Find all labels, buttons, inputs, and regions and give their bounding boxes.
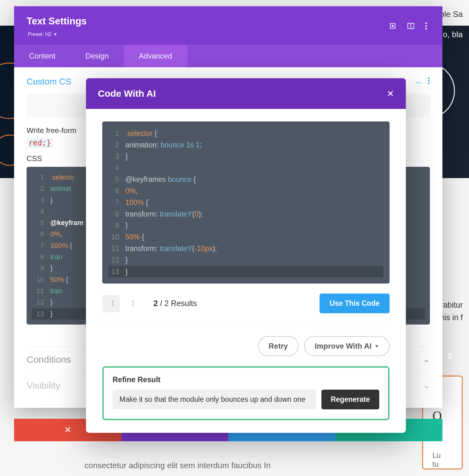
next-result-button[interactable]: 〉 <box>126 295 144 312</box>
svg-point-1 <box>392 25 393 27</box>
results-counter: 2 / 2 Results <box>154 299 197 308</box>
bg-text: ple Sa <box>440 9 463 19</box>
refine-result-box: Refine Result Regenerate <box>102 366 390 420</box>
tab-advanced[interactable]: Advanced <box>124 45 187 67</box>
tab-design[interactable]: Design <box>70 45 124 67</box>
bg-text: consectetur adipiscing elit sem interdum… <box>84 461 270 470</box>
svg-point-4 <box>425 23 427 24</box>
kebab-menu-icon[interactable] <box>428 77 430 86</box>
retry-button[interactable]: Retry <box>258 336 298 356</box>
tabs: Content Design Advanced <box>14 45 442 67</box>
prev-result-button[interactable]: 〈 <box>102 295 120 312</box>
preset-dropdown[interactable]: Preset: H2 ▾ <box>27 29 430 38</box>
svg-point-8 <box>428 80 430 82</box>
chevron-down-icon: ⌄ <box>423 355 430 364</box>
refine-label: Refine Result <box>113 375 379 384</box>
ai-modal: Code With AI ✕ 1.selector {2 animation: … <box>86 78 406 433</box>
svg-point-5 <box>425 25 427 27</box>
ai-code-preview[interactable]: 1.selector {2 animation: bounce 1s 1;3}4… <box>102 121 390 284</box>
svg-point-6 <box>425 28 427 29</box>
modal-header: Text Settings Preset: H2 ▾ <box>14 6 442 45</box>
expand-icon[interactable] <box>389 22 397 31</box>
tab-content[interactable]: Content <box>14 45 70 67</box>
chevron-down-icon: ▼ <box>375 344 379 349</box>
chevron-left-icon: 〈 <box>107 299 115 309</box>
refine-input[interactable] <box>113 390 316 409</box>
svg-point-7 <box>428 78 430 79</box>
regenerate-button[interactable]: Regenerate <box>321 390 379 409</box>
columns-icon[interactable] <box>407 22 416 31</box>
close-button[interactable]: ✕ <box>387 89 394 99</box>
ai-modal-title: Code With AI <box>98 88 156 99</box>
sync-icon[interactable]: ⇅ <box>447 352 453 360</box>
modal-title: Text Settings <box>27 16 430 27</box>
chevron-down-icon: ⌄ <box>423 381 430 390</box>
chevron-down-icon: ▾ <box>53 32 57 37</box>
svg-point-9 <box>428 83 430 84</box>
section-title[interactable]: Custom CS <box>27 77 71 87</box>
code-pill: red;} <box>27 138 53 148</box>
collapse-icon[interactable]: ︿ <box>415 77 422 86</box>
improve-with-ai-button[interactable]: Improve With AI▼ <box>304 336 390 356</box>
chevron-right-icon: 〉 <box>131 299 139 309</box>
kebab-menu-icon[interactable] <box>425 22 434 31</box>
close-icon: ✕ <box>64 425 71 435</box>
use-code-button[interactable]: Use This Code <box>320 294 390 313</box>
